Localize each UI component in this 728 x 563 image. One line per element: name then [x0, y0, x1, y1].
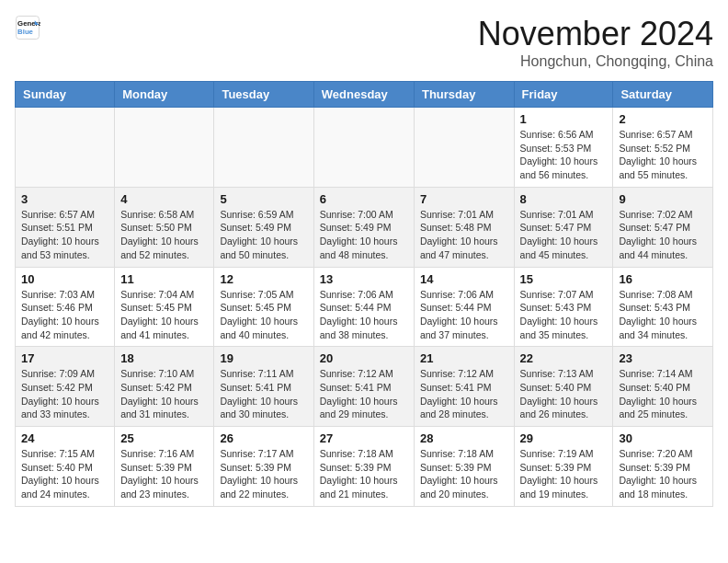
col-thursday: Thursday: [414, 82, 514, 108]
calendar-cell: [115, 108, 214, 188]
day-info: Sunrise: 7:20 AM Sunset: 5:39 PM Dayligh…: [619, 447, 707, 501]
day-number: 9: [619, 192, 707, 206]
day-number: 6: [320, 192, 408, 206]
day-number: 11: [120, 272, 208, 286]
calendar-cell: 27Sunrise: 7:18 AM Sunset: 5:39 PM Dayli…: [313, 427, 414, 507]
day-number: 3: [21, 192, 108, 206]
day-info: Sunrise: 6:57 AM Sunset: 5:51 PM Dayligh…: [21, 208, 108, 262]
logo: General Blue General Blue: [15, 15, 40, 40]
calendar-cell: 14Sunrise: 7:06 AM Sunset: 5:44 PM Dayli…: [414, 267, 514, 347]
calendar-cell: 10Sunrise: 7:03 AM Sunset: 5:46 PM Dayli…: [16, 267, 115, 347]
day-info: Sunrise: 7:06 AM Sunset: 5:44 PM Dayligh…: [420, 288, 508, 342]
calendar-cell: 21Sunrise: 7:12 AM Sunset: 5:41 PM Dayli…: [414, 347, 514, 427]
day-number: 2: [619, 112, 707, 126]
calendar-cell: 30Sunrise: 7:20 AM Sunset: 5:39 PM Dayli…: [613, 427, 713, 507]
day-number: 25: [120, 431, 208, 445]
calendar-cell: [16, 108, 115, 188]
calendar-cell: [414, 108, 514, 188]
calendar-cell: 19Sunrise: 7:11 AM Sunset: 5:41 PM Dayli…: [214, 347, 313, 427]
day-info: Sunrise: 7:18 AM Sunset: 5:39 PM Dayligh…: [320, 447, 408, 501]
day-number: 5: [220, 192, 307, 206]
calendar-week-row: 3Sunrise: 6:57 AM Sunset: 5:51 PM Daylig…: [16, 187, 713, 267]
calendar-header-row: Sunday Monday Tuesday Wednesday Thursday…: [16, 82, 713, 108]
calendar-cell: 23Sunrise: 7:14 AM Sunset: 5:40 PM Dayli…: [613, 347, 713, 427]
day-number: 16: [619, 272, 707, 286]
calendar-week-row: 10Sunrise: 7:03 AM Sunset: 5:46 PM Dayli…: [16, 267, 713, 347]
day-number: 30: [619, 431, 707, 445]
calendar-cell: 12Sunrise: 7:05 AM Sunset: 5:45 PM Dayli…: [214, 267, 313, 347]
day-number: 29: [520, 431, 608, 445]
calendar-cell: 2Sunrise: 6:57 AM Sunset: 5:52 PM Daylig…: [613, 108, 713, 188]
day-info: Sunrise: 6:58 AM Sunset: 5:50 PM Dayligh…: [120, 208, 208, 262]
day-number: 1: [520, 112, 608, 126]
calendar-cell: 5Sunrise: 6:59 AM Sunset: 5:49 PM Daylig…: [214, 187, 313, 267]
day-info: Sunrise: 7:06 AM Sunset: 5:44 PM Dayligh…: [320, 288, 408, 342]
day-info: Sunrise: 7:01 AM Sunset: 5:48 PM Dayligh…: [420, 208, 508, 262]
day-number: 18: [120, 351, 208, 365]
calendar-cell: 20Sunrise: 7:12 AM Sunset: 5:41 PM Dayli…: [313, 347, 414, 427]
calendar-cell: 15Sunrise: 7:07 AM Sunset: 5:43 PM Dayli…: [514, 267, 613, 347]
day-number: 21: [420, 351, 508, 365]
calendar-cell: 29Sunrise: 7:19 AM Sunset: 5:39 PM Dayli…: [514, 427, 613, 507]
day-info: Sunrise: 7:14 AM Sunset: 5:40 PM Dayligh…: [619, 367, 707, 421]
col-monday: Monday: [115, 82, 214, 108]
day-number: 15: [520, 272, 608, 286]
day-info: Sunrise: 7:08 AM Sunset: 5:43 PM Dayligh…: [619, 288, 707, 342]
day-number: 28: [420, 431, 508, 445]
day-number: 26: [220, 431, 307, 445]
calendar-cell: 18Sunrise: 7:10 AM Sunset: 5:42 PM Dayli…: [115, 347, 214, 427]
day-info: Sunrise: 7:05 AM Sunset: 5:45 PM Dayligh…: [220, 288, 307, 342]
calendar-cell: 9Sunrise: 7:02 AM Sunset: 5:47 PM Daylig…: [613, 187, 713, 267]
calendar-week-row: 1Sunrise: 6:56 AM Sunset: 5:53 PM Daylig…: [16, 108, 713, 188]
day-number: 4: [120, 192, 208, 206]
day-info: Sunrise: 7:11 AM Sunset: 5:41 PM Dayligh…: [220, 367, 307, 421]
day-info: Sunrise: 6:59 AM Sunset: 5:49 PM Dayligh…: [220, 208, 307, 262]
col-tuesday: Tuesday: [214, 82, 313, 108]
day-number: 13: [320, 272, 408, 286]
calendar-cell: 16Sunrise: 7:08 AM Sunset: 5:43 PM Dayli…: [613, 267, 713, 347]
day-number: 7: [420, 192, 508, 206]
day-info: Sunrise: 7:09 AM Sunset: 5:42 PM Dayligh…: [21, 367, 108, 421]
location: Hongchun, Chongqing, China: [478, 53, 713, 70]
month-title: November 2024: [478, 15, 713, 53]
col-friday: Friday: [514, 82, 613, 108]
day-number: 14: [420, 272, 508, 286]
calendar-cell: 17Sunrise: 7:09 AM Sunset: 5:42 PM Dayli…: [16, 347, 115, 427]
day-info: Sunrise: 7:03 AM Sunset: 5:46 PM Dayligh…: [21, 288, 108, 342]
calendar-cell: 4Sunrise: 6:58 AM Sunset: 5:50 PM Daylig…: [115, 187, 214, 267]
day-info: Sunrise: 7:01 AM Sunset: 5:47 PM Dayligh…: [520, 208, 608, 262]
svg-text:Blue: Blue: [17, 28, 34, 36]
calendar-cell: 13Sunrise: 7:06 AM Sunset: 5:44 PM Dayli…: [313, 267, 414, 347]
day-info: Sunrise: 7:02 AM Sunset: 5:47 PM Dayligh…: [619, 208, 707, 262]
day-number: 10: [21, 272, 108, 286]
day-number: 23: [619, 351, 707, 365]
day-info: Sunrise: 6:57 AM Sunset: 5:52 PM Dayligh…: [619, 128, 707, 182]
day-number: 27: [320, 431, 408, 445]
day-number: 8: [520, 192, 608, 206]
col-saturday: Saturday: [613, 82, 713, 108]
calendar-cell: 3Sunrise: 6:57 AM Sunset: 5:51 PM Daylig…: [16, 187, 115, 267]
calendar-week-row: 17Sunrise: 7:09 AM Sunset: 5:42 PM Dayli…: [16, 347, 713, 427]
day-info: Sunrise: 6:56 AM Sunset: 5:53 PM Dayligh…: [520, 128, 608, 182]
day-info: Sunrise: 7:17 AM Sunset: 5:39 PM Dayligh…: [220, 447, 307, 501]
day-info: Sunrise: 7:19 AM Sunset: 5:39 PM Dayligh…: [520, 447, 608, 501]
day-number: 12: [220, 272, 307, 286]
calendar-cell: 28Sunrise: 7:18 AM Sunset: 5:39 PM Dayli…: [414, 427, 514, 507]
logo-icon: General Blue: [15, 15, 40, 40]
day-number: 17: [21, 351, 108, 365]
day-info: Sunrise: 7:12 AM Sunset: 5:41 PM Dayligh…: [320, 367, 408, 421]
col-sunday: Sunday: [16, 82, 115, 108]
day-number: 22: [520, 351, 608, 365]
calendar-cell: 25Sunrise: 7:16 AM Sunset: 5:39 PM Dayli…: [115, 427, 214, 507]
day-info: Sunrise: 7:18 AM Sunset: 5:39 PM Dayligh…: [420, 447, 508, 501]
day-info: Sunrise: 7:00 AM Sunset: 5:49 PM Dayligh…: [320, 208, 408, 262]
calendar-cell: 1Sunrise: 6:56 AM Sunset: 5:53 PM Daylig…: [514, 108, 613, 188]
day-info: Sunrise: 7:10 AM Sunset: 5:42 PM Dayligh…: [120, 367, 208, 421]
day-number: 19: [220, 351, 307, 365]
calendar-cell: 22Sunrise: 7:13 AM Sunset: 5:40 PM Dayli…: [514, 347, 613, 427]
calendar-cell: 24Sunrise: 7:15 AM Sunset: 5:40 PM Dayli…: [16, 427, 115, 507]
col-wednesday: Wednesday: [313, 82, 414, 108]
page-header: General Blue General Blue November 2024 …: [15, 15, 713, 70]
day-info: Sunrise: 7:13 AM Sunset: 5:40 PM Dayligh…: [520, 367, 608, 421]
calendar-cell: 7Sunrise: 7:01 AM Sunset: 5:48 PM Daylig…: [414, 187, 514, 267]
